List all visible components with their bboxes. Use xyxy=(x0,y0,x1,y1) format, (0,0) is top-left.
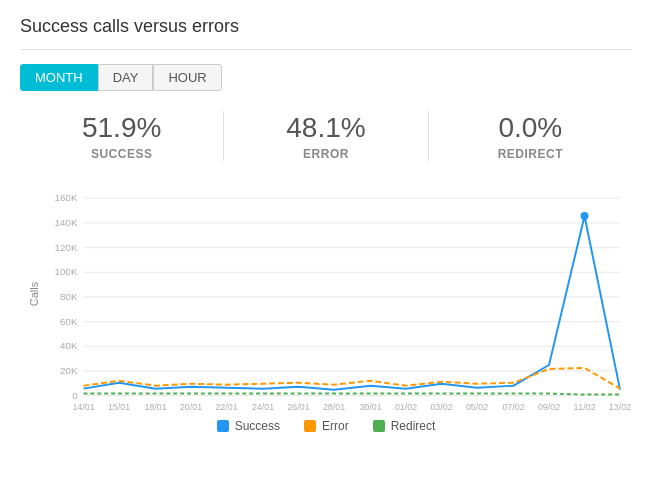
line-chart: 0 20K 40K 60K 80K 100K 120K 140K 160K xyxy=(50,177,622,407)
svg-text:15/01: 15/01 xyxy=(108,402,130,412)
redirect-legend-label: Redirect xyxy=(391,419,436,433)
svg-text:09/02: 09/02 xyxy=(538,402,560,412)
y-axis: 0 20K 40K 60K 80K 100K 120K 140K 160K xyxy=(55,192,620,400)
svg-text:60K: 60K xyxy=(60,315,78,326)
svg-text:40K: 40K xyxy=(60,340,78,351)
svg-text:22/01: 22/01 xyxy=(215,402,237,412)
svg-text:24/01: 24/01 xyxy=(252,402,274,412)
error-legend-dot xyxy=(304,420,316,432)
svg-text:0: 0 xyxy=(72,389,78,400)
y-axis-label: Calls xyxy=(28,281,40,305)
svg-text:120K: 120K xyxy=(55,241,78,252)
redirect-value: 0.0% xyxy=(449,111,612,145)
svg-text:26/01: 26/01 xyxy=(287,402,309,412)
svg-text:13/02: 13/02 xyxy=(609,402,631,412)
svg-text:07/02: 07/02 xyxy=(502,402,524,412)
error-label: Error xyxy=(244,147,407,161)
svg-text:18/01: 18/01 xyxy=(144,402,166,412)
stat-redirect: 0.0% Redirect xyxy=(428,111,632,161)
svg-text:100K: 100K xyxy=(55,266,78,277)
svg-text:30/01: 30/01 xyxy=(359,402,381,412)
svg-text:14/01: 14/01 xyxy=(72,402,94,412)
svg-text:20/01: 20/01 xyxy=(180,402,202,412)
page-title: Success calls versus errors xyxy=(20,16,632,37)
tab-month[interactable]: MONTH xyxy=(20,64,98,91)
stats-row: 51.9% Success 48.1% Error 0.0% Redirect xyxy=(20,111,632,161)
svg-text:20K: 20K xyxy=(60,364,78,375)
chart-legend: Success Error Redirect xyxy=(20,419,632,433)
stat-success: 51.9% Success xyxy=(20,111,223,161)
stat-error: 48.1% Error xyxy=(223,111,427,161)
success-line xyxy=(84,216,620,390)
legend-error: Error xyxy=(304,419,349,433)
redirect-legend-dot xyxy=(373,420,385,432)
redirect-label: Redirect xyxy=(449,147,612,161)
svg-text:03/02: 03/02 xyxy=(430,402,452,412)
success-peak-dot xyxy=(581,212,589,220)
success-legend-label: Success xyxy=(235,419,280,433)
success-value: 51.9% xyxy=(40,111,203,145)
redirect-line xyxy=(84,393,620,394)
svg-text:28/01: 28/01 xyxy=(323,402,345,412)
svg-text:80K: 80K xyxy=(60,290,78,301)
error-legend-label: Error xyxy=(322,419,349,433)
error-value: 48.1% xyxy=(244,111,407,145)
success-legend-dot xyxy=(217,420,229,432)
tab-day[interactable]: DAY xyxy=(98,64,154,91)
legend-success: Success xyxy=(217,419,280,433)
legend-redirect: Redirect xyxy=(373,419,436,433)
tab-hour[interactable]: HOUR xyxy=(153,64,221,91)
x-axis: 14/01 15/01 18/01 20/01 22/01 24/01 26/0… xyxy=(72,402,631,412)
svg-text:160K: 160K xyxy=(55,192,78,203)
svg-text:11/02: 11/02 xyxy=(573,402,595,412)
chart-container: Calls 0 20K 40K 60K 80K 100K 120K 140K 1… xyxy=(50,177,622,411)
svg-text:140K: 140K xyxy=(55,217,78,228)
svg-text:01/02: 01/02 xyxy=(395,402,417,412)
success-label: Success xyxy=(40,147,203,161)
time-tabs: MONTH DAY HOUR xyxy=(20,64,632,91)
svg-text:05/02: 05/02 xyxy=(466,402,488,412)
